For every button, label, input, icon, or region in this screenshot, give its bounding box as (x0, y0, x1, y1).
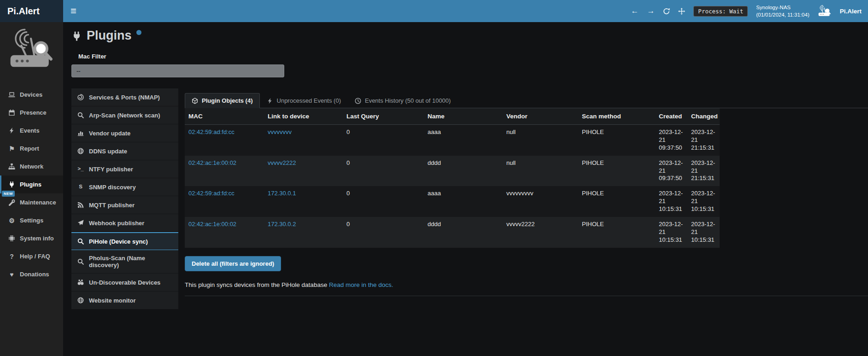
sidebar-item-maintenance[interactable]: NEW Maintenance (0, 193, 63, 211)
tab-plugin-objects[interactable]: Plugin Objects (4) (185, 93, 260, 108)
vendor-cell: null (503, 156, 578, 187)
host-time: (01/01/2024, 11:31:04) (756, 11, 809, 18)
nav-back-icon[interactable]: ← (631, 6, 639, 16)
tab-events-history[interactable]: Events History (50 out of 10000) (348, 93, 457, 108)
plugin-nav-label: Services & Ports (NMAP) (89, 94, 160, 101)
laptop-icon (8, 91, 16, 98)
plugin-nav-item-ddns-update[interactable]: DDNS update (71, 142, 178, 160)
bolt-icon (267, 98, 273, 104)
plugin-content: Plugin Objects (4) Unprocessed Events (0… (185, 93, 868, 296)
scan-method-cell: PIHOLE (578, 217, 655, 248)
topbar-right: ← → Process: Wait Synology-NAS (01/01/20… (631, 4, 868, 18)
plugin-description-text: This plugin syncs devices from the PiHol… (185, 281, 327, 288)
last-query-cell: 0 (343, 217, 424, 248)
tab-unprocessed-events[interactable]: Unprocessed Events (0) (260, 93, 348, 108)
plugin-nav-item-arp-scan[interactable]: Arp-Scan (Network scan) (71, 106, 178, 124)
sidebar-item-help-faq[interactable]: ? Help / FAQ (0, 247, 63, 265)
column-header-vendor: Vendor (503, 108, 578, 125)
sidebar-item-label: Settings (20, 217, 43, 224)
tab-label: Unprocessed Events (0) (277, 97, 341, 104)
created-cell: 2023-12-21 09:37:50 (655, 125, 687, 156)
nav-forward-icon[interactable]: → (647, 6, 655, 16)
changed-cell: 2023-12-21 21:15:31 (687, 125, 720, 156)
sidebar-item-donations[interactable]: ♥ Donations (0, 265, 63, 283)
plugin-nav-item-mqtt[interactable]: MQTT publisher (71, 196, 178, 214)
move-icon[interactable] (678, 8, 685, 15)
changed-cell: 2023-12-21 21:15:31 (687, 156, 720, 187)
scan-method-cell: PIHOLE (578, 125, 655, 156)
sidebar-item-system-info[interactable]: System info (0, 229, 63, 247)
sidebar-item-devices[interactable]: Devices (0, 86, 63, 104)
sidebar-item-label: Events (20, 127, 40, 134)
plugin-nav-item-website-monitor[interactable]: Website monitor (71, 292, 178, 309)
flag-icon: ⚑ (8, 146, 16, 152)
pialert-label: Pi.Alert (840, 8, 862, 15)
search-icon (77, 112, 84, 118)
vendor-cell: vvvvvvvvv (503, 186, 578, 217)
gear-icon: ⚙ (8, 217, 16, 224)
device-link[interactable]: vvvvv2222 (268, 159, 296, 166)
plugin-nav-item-snmp[interactable]: S SNMP discovery (71, 178, 178, 196)
heart-icon: ♥ (8, 271, 16, 278)
device-link[interactable]: vvvvvvvv (268, 128, 292, 135)
search-icon (77, 238, 84, 245)
column-header-name: Name (424, 108, 503, 125)
topbar: Pi.Alert ≡ ← → Process: Wait Synology-NA… (0, 0, 868, 22)
plugin-nav-label: DDNS update (89, 148, 127, 155)
plugin-nav-label: Website monitor (89, 297, 136, 304)
sidebar-toggle-button[interactable]: ≡ (63, 6, 84, 16)
sidebar-item-label: Devices (20, 91, 42, 98)
sidebar-item-network[interactable]: Network (0, 158, 63, 175)
sidebar-item-label: System info (20, 235, 54, 242)
device-link[interactable]: 172.30.0.1 (268, 190, 296, 197)
plugin-nav-item-ntfy[interactable]: >_ NTFY publisher (71, 160, 178, 178)
plugin-nav-item-undiscoverable[interactable]: Un-Discoverable Devices (71, 274, 178, 292)
host-name: Synology-NAS (756, 4, 809, 11)
plugin-nav-item-webhook[interactable]: Webhook publisher (71, 214, 178, 232)
main-content: Plugins Mac Filter Services & Ports (NMA… (63, 22, 868, 356)
host-info: Synology-NAS (01/01/2024, 11:31:04) (756, 4, 809, 18)
name-cell: aaaa (424, 125, 503, 156)
sidebar-item-report[interactable]: ⚑ Report (0, 140, 63, 158)
table-row: 02:42:59:ad:fd:cc vvvvvvvv 0 aaaa null P… (185, 125, 720, 156)
sidebar-item-events[interactable]: Events (0, 122, 63, 140)
delete-all-button[interactable]: Delete all (filters are ignored) (185, 256, 281, 271)
docs-link[interactable]: Read more in the docs. (329, 281, 393, 288)
plugin-description: This plugin syncs devices from the PiHol… (185, 281, 868, 288)
changed-cell: 2023-12-21 10:15:31 (687, 217, 720, 248)
plugin-nav-label: NTFY publisher (89, 166, 133, 173)
plugin-nav-label: Vendor update (89, 130, 130, 137)
sidebar-item-settings[interactable]: ⚙ Settings (0, 211, 63, 229)
plugins-help-badge[interactable] (136, 30, 141, 35)
mac-link[interactable]: 02:42:59:ad:fd:cc (188, 128, 235, 135)
terminal-icon: >_ (77, 166, 84, 172)
app-logo[interactable]: Pi.Alert (0, 0, 63, 22)
device-link[interactable]: 172.30.0.2 (268, 221, 296, 228)
broadcast-icon (77, 202, 84, 208)
changed-cell: 2023-12-21 10:15:31 (687, 186, 720, 217)
sidebar-item-presence[interactable]: Presence (0, 104, 63, 122)
pialert-mini-logo-icon[interactable] (818, 5, 832, 17)
table-header-row: MAC Link to device Last Query Name Vendo… (185, 108, 720, 125)
plugin-nav-item-pholus-scan[interactable]: Pholus-Scan (Name discovery) (71, 250, 178, 274)
sidebar-nav: Devices Presence Events ⚑ Report Network… (0, 86, 63, 283)
tab-label: Events History (50 out of 10000) (365, 97, 451, 104)
paper-plane-icon (77, 220, 84, 226)
mac-link[interactable]: 02:42:ac:1e:00:02 (188, 159, 236, 166)
column-header-changed: Changed (687, 108, 720, 125)
sitemap-icon (8, 163, 16, 170)
pialert-logo-graphic (8, 29, 56, 73)
plugin-nav-item-pihole[interactable]: PiHole (Device sync) (71, 232, 178, 250)
refresh-icon[interactable] (663, 8, 670, 15)
calendar-icon (8, 109, 16, 116)
sidebar: Devices Presence Events ⚑ Report Network… (0, 22, 63, 356)
plugin-nav-item-nmap[interactable]: Services & Ports (NMAP) (71, 88, 178, 106)
mac-link[interactable]: 02:42:ac:1e:00:02 (188, 221, 236, 228)
mac-link[interactable]: 02:42:59:ad:fd:cc (188, 190, 235, 197)
wrench-icon (8, 199, 16, 206)
column-header-mac: MAC (185, 108, 264, 125)
last-query-cell: 0 (343, 186, 424, 217)
plugin-nav-item-vendor-update[interactable]: Vendor update (71, 124, 178, 142)
mac-filter-input[interactable] (71, 64, 284, 77)
binoculars-icon (77, 279, 84, 286)
